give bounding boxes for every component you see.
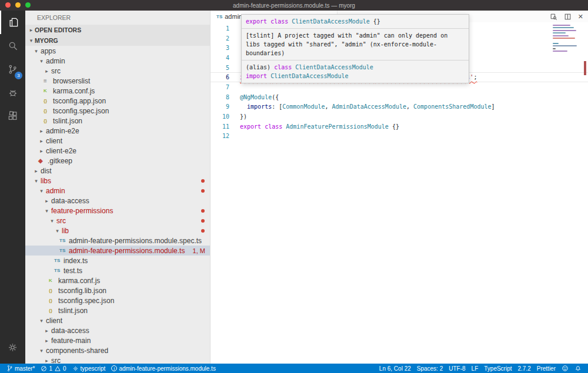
json-file-icon: {} [49, 288, 57, 293]
tree-folder-admin-e2e[interactable]: ▸admin-e2e [25, 126, 210, 136]
code-line-8[interactable]: 8@NgModule({ [211, 92, 588, 102]
zoom-window-button[interactable] [25, 2, 31, 8]
feedback-smiley-icon[interactable] [559, 364, 572, 373]
tree-folder-feature-permissions[interactable]: ▾feature-permissions [25, 206, 210, 216]
code-line-10[interactable]: 10}) [211, 112, 588, 122]
tree-folder-dist[interactable]: ▸dist [25, 166, 210, 176]
code-token: class [265, 123, 282, 130]
git-branch-item[interactable]: master* [4, 364, 38, 373]
notifications-bell-icon[interactable] [572, 364, 584, 373]
vscode-window: admin-feature-permissions.module.ts — my… [0, 0, 588, 373]
tree-item-label: src [56, 217, 66, 225]
line-content: imports: [CommonModule, AdminDataAccessM… [240, 103, 495, 110]
tree-folder-apps[interactable]: ▾apps [25, 46, 210, 56]
chevron-down-icon: ▾ [38, 188, 45, 194]
tree-file-browserslist[interactable]: ≡browserslist [25, 76, 210, 86]
encoding-item[interactable]: UTF-8 [446, 364, 468, 373]
close-window-button[interactable] [5, 2, 11, 8]
tree-item-label: data-access [51, 197, 89, 205]
tree-folder-client[interactable]: ▸client [25, 136, 210, 146]
minimap-line [553, 51, 567, 52]
tree-file-karma.conf.js[interactable]: Kkarma.conf.js [25, 86, 210, 96]
tree-file-tslint.json[interactable]: {}tslint.json [25, 116, 210, 126]
tree-folder-admin[interactable]: ▾admin [25, 186, 210, 196]
tree-file-tslint.json[interactable]: {}tslint.json [25, 305, 210, 315]
tree-folder-components-shared[interactable]: ▾components-shared [25, 345, 210, 355]
minimize-window-button[interactable] [15, 2, 21, 8]
tree-folder-src[interactable]: ▾src [25, 216, 210, 226]
info-icon: i [111, 365, 117, 371]
tree-item-label: tsconfig.spec.json [58, 297, 114, 305]
workspace-root-header[interactable]: ▾ MYORG [25, 35, 210, 46]
tree-folder-admin[interactable]: ▾admin [25, 56, 210, 66]
code-token: imports [247, 103, 272, 110]
split-editor-icon[interactable] [564, 13, 572, 21]
tree-folder-src[interactable]: ▸src [25, 66, 210, 76]
tree-folder-lib[interactable]: ▾lib [25, 226, 210, 236]
language-mode-item[interactable]: TypeScript [481, 364, 514, 373]
tree-item-label: src [51, 357, 61, 364]
problems-item[interactable]: 1 0 [38, 364, 69, 373]
tree-file-tsconfig.spec.json[interactable]: {}tsconfig.spec.json [25, 106, 210, 116]
settings-gear-icon[interactable] [0, 335, 25, 359]
tree-item-label: feature-main [51, 337, 91, 345]
tree-folder-src[interactable]: ▸src [25, 355, 210, 364]
typescript-status-item[interactable]: typescript [69, 364, 109, 373]
tree-folder-libs[interactable]: ▾libs [25, 176, 210, 186]
file-info-item[interactable]: i admin-feature-permissions.module.ts [108, 364, 219, 373]
formatter-item[interactable]: Prettier [534, 364, 559, 373]
tree-file-tsconfig.app.json[interactable]: {}tsconfig.app.json [25, 96, 210, 106]
tree-folder-feature-main[interactable]: ▸feature-main [25, 335, 210, 345]
code-token: @NgModule [240, 94, 272, 100]
ts-version-item[interactable]: 2.7.2 [515, 364, 534, 373]
tree-file-admin-feature-permissions.module.spec.ts[interactable]: TSadmin-feature-permissions.module.spec.… [25, 236, 210, 246]
close-editor-icon[interactable]: ✕ [578, 13, 583, 21]
error-icon [41, 365, 47, 372]
extensions-icon[interactable] [0, 105, 25, 128]
tree-item-label: .gitkeep [48, 157, 72, 165]
line-content: }) [240, 113, 247, 120]
cursor-position-item[interactable]: Ln 6, Col 22 [376, 364, 414, 373]
source-control-icon[interactable]: 3 [0, 58, 25, 81]
gear-icon [72, 365, 79, 372]
tree-item-label: browserslist [53, 77, 90, 85]
git-status-badge: 1, M [193, 247, 205, 254]
code-line-12[interactable]: 12 [211, 132, 588, 142]
explorer-icon[interactable] [0, 11, 25, 34]
browserslist-file-icon: ≡ [44, 78, 52, 84]
code-line-9[interactable]: 9 imports: [CommonModule, AdminDataAcces… [211, 102, 588, 112]
warning-count: 0 [63, 365, 66, 372]
indentation-item[interactable]: Spaces: 2 [414, 364, 446, 373]
tree-file-test.ts[interactable]: TStest.ts [25, 266, 210, 275]
code-token: export [246, 18, 267, 25]
ts-file-icon: TS [54, 258, 62, 263]
tree-item-label: data-access [51, 327, 89, 335]
open-preview-icon[interactable] [550, 13, 557, 21]
search-icon[interactable] [0, 34, 25, 58]
code-line-11[interactable]: 11export class AdminFeaturePermissionsMo… [211, 122, 588, 132]
tree-file-tsconfig.lib.json[interactable]: {}tsconfig.lib.json [25, 285, 210, 295]
code-token: AdminFeaturePermissionsModule [286, 123, 389, 130]
eol-item[interactable]: LF [469, 364, 482, 373]
status-bar: master* 1 0 typescript i [0, 364, 588, 373]
open-editors-header[interactable]: ▸ OPEN EDITORS [25, 25, 210, 35]
tree-folder-data-access[interactable]: ▸data-access [25, 196, 210, 206]
tree-file-karma.conf.js[interactable]: Kkarma.conf.js [25, 275, 210, 285]
error-count: 1 [49, 365, 52, 372]
tree-file-tsconfig.spec.json[interactable]: {}tsconfig.spec.json [25, 295, 210, 305]
code-line-7[interactable]: 7 [211, 82, 588, 92]
tree-file-.gitkeep[interactable]: ◆.gitkeep [25, 156, 210, 166]
debug-icon[interactable] [0, 81, 25, 105]
minimap[interactable] [553, 25, 579, 53]
tree-folder-client-e2e[interactable]: ▸client-e2e [25, 146, 210, 156]
tree-file-index.ts[interactable]: TSindex.ts [25, 256, 210, 266]
code-token: ({ [272, 94, 279, 100]
tree-file-admin-feature-permissions.module.ts[interactable]: TSadmin-feature-permissions.module.ts1, … [25, 246, 210, 256]
json-file-icon: {} [44, 98, 52, 103]
tree-folder-client[interactable]: ▾client [25, 315, 210, 325]
code-token: ClientDataAccessModule [292, 18, 369, 25]
typescript-status-label: typescript [81, 365, 106, 372]
chevron-down-icon: ▾ [38, 58, 45, 64]
chevron-right-icon: ▸ [33, 168, 39, 174]
tree-folder-data-access[interactable]: ▸data-access [25, 325, 210, 335]
